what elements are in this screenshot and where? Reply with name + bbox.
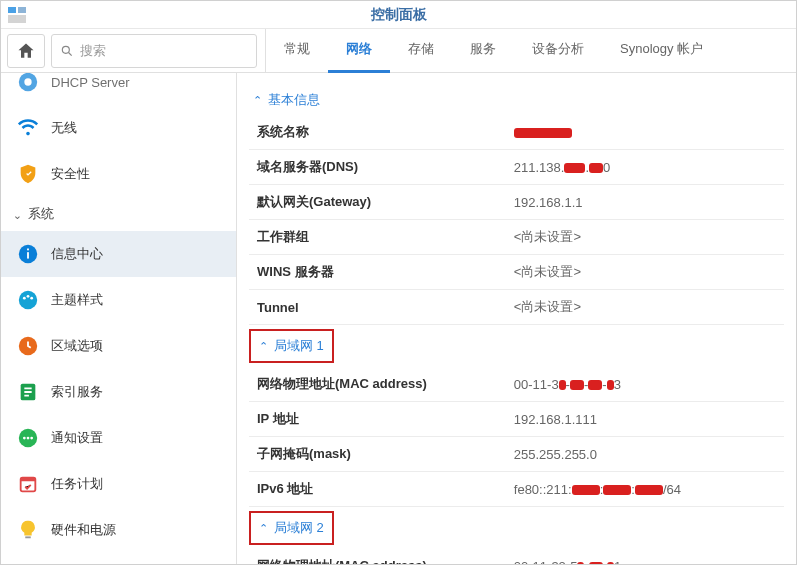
sidebar-item-label: 索引服务: [51, 383, 103, 401]
sidebar-section-label: 系统: [28, 205, 54, 223]
info-table: 系统名称域名服务器(DNS)211.138..0默认网关(Gateway)192…: [249, 115, 784, 325]
table-row: IPv6 地址fe80::211:::/64: [249, 472, 784, 507]
svg-point-19: [30, 437, 33, 440]
sidebar-item-label: 区域选项: [51, 337, 103, 355]
row-key: IP 地址: [249, 402, 506, 437]
row-key: 网络物理地址(MAC address): [249, 549, 506, 564]
sidebar-item-无线[interactable]: 无线: [1, 105, 236, 151]
sidebar-item-label: 信息中心: [51, 245, 103, 263]
row-value: <尚未设置>: [506, 255, 784, 290]
search-box[interactable]: [51, 34, 257, 68]
svg-point-12: [27, 295, 30, 298]
row-value: 211.138..0: [506, 150, 784, 185]
sidebar-item-信息中心[interactable]: 信息中心: [1, 231, 236, 277]
table-row: WINS 服务器<尚未设置>: [249, 255, 784, 290]
sidebar-item-label: 无线: [51, 119, 77, 137]
row-value: fe80::211:::/64: [506, 472, 784, 507]
sidebar-item-索引服务[interactable]: 索引服务: [1, 369, 236, 415]
sidebar: DHCP Server无线安全性⌃系统信息中心主题样式区域选项索引服务通知设置任…: [1, 73, 237, 564]
row-value: <尚未设置>: [506, 220, 784, 255]
svg-rect-1: [18, 7, 26, 13]
index-icon: [15, 379, 41, 405]
svg-rect-22: [25, 536, 31, 538]
row-key: 系统名称: [249, 115, 506, 150]
tab-服务[interactable]: 服务: [452, 29, 514, 73]
wifi-icon: [15, 115, 41, 141]
row-value: 00-11-32-5--1: [506, 549, 784, 564]
toolbar: 常规网络存储服务设备分析Synology 帐户: [1, 29, 796, 73]
svg-rect-8: [27, 252, 29, 258]
info-table: 网络物理地址(MAC address)00-11-32-5--1IP 地址10.…: [249, 549, 784, 564]
sidebar-item-通知设置[interactable]: 通知设置: [1, 415, 236, 461]
section-head-局域网 2[interactable]: ⌃局域网 2: [249, 511, 334, 545]
sidebar-item-label: 任务计划: [51, 475, 103, 493]
sidebar-item-硬件和电源[interactable]: 硬件和电源: [1, 507, 236, 553]
svg-point-11: [23, 297, 26, 300]
table-row: 域名服务器(DNS)211.138..0: [249, 150, 784, 185]
tab-设备分析[interactable]: 设备分析: [514, 29, 602, 73]
section-head-基本信息[interactable]: ⌃基本信息: [249, 81, 784, 115]
shield-icon: [15, 161, 41, 187]
row-key: Tunnel: [249, 290, 506, 325]
row-value: [506, 115, 784, 150]
app-icon: [7, 5, 27, 25]
home-icon: [16, 41, 36, 61]
sidebar-item-主题样式[interactable]: 主题样式: [1, 277, 236, 323]
sidebar-item-label: 硬件和电源: [51, 521, 116, 539]
sidebar-item-label: 主题样式: [51, 291, 103, 309]
palette-icon: [15, 287, 41, 313]
svg-point-18: [27, 437, 30, 440]
svg-point-3: [62, 46, 69, 53]
table-row: 默认网关(Gateway)192.168.1.1: [249, 185, 784, 220]
row-key: IPv6 地址: [249, 472, 506, 507]
section-title: 局域网 1: [274, 337, 324, 355]
info-icon: [15, 241, 41, 267]
sidebar-item-DHCP Server[interactable]: DHCP Server: [1, 73, 236, 105]
search-input[interactable]: [80, 43, 248, 58]
row-key: 工作群组: [249, 220, 506, 255]
chevron-up-icon: ⌃: [253, 94, 262, 107]
table-row: 子网掩码(mask)255.255.255.0: [249, 437, 784, 472]
calendar-icon: [15, 471, 41, 497]
section-title: 局域网 2: [274, 519, 324, 537]
titlebar: 控制面板: [1, 1, 796, 29]
tab-存储[interactable]: 存储: [390, 29, 452, 73]
clock-icon: [15, 333, 41, 359]
search-icon: [60, 44, 74, 58]
section-head-局域网 1[interactable]: ⌃局域网 1: [249, 329, 334, 363]
row-value: 192.168.1.111: [506, 402, 784, 437]
row-value: 00-11-3---3: [506, 367, 784, 402]
chevron-up-icon: ⌃: [259, 522, 268, 535]
tab-网络[interactable]: 网络: [328, 29, 390, 73]
chevron-up-icon: ⌃: [259, 340, 268, 353]
content-panel: ⌃基本信息系统名称域名服务器(DNS)211.138..0默认网关(Gatewa…: [237, 73, 796, 564]
sidebar-item-任务计划[interactable]: 任务计划: [1, 461, 236, 507]
table-row: Tunnel<尚未设置>: [249, 290, 784, 325]
tab-常规[interactable]: 常规: [266, 29, 328, 73]
table-row: 网络物理地址(MAC address)00-11-32-5--1: [249, 549, 784, 564]
sidebar-item-label: 安全性: [51, 165, 90, 183]
row-key: 域名服务器(DNS): [249, 150, 506, 185]
chevron-up-icon: ⌃: [13, 208, 22, 221]
svg-rect-0: [8, 7, 16, 13]
row-key: 子网掩码(mask): [249, 437, 506, 472]
sidebar-section-system[interactable]: ⌃系统: [1, 197, 236, 231]
table-row: 工作群组<尚未设置>: [249, 220, 784, 255]
row-key: 默认网关(Gateway): [249, 185, 506, 220]
svg-rect-9: [27, 249, 29, 251]
window-title: 控制面板: [371, 6, 427, 24]
tab-Synology 帐户[interactable]: Synology 帐户: [602, 29, 721, 73]
row-value: 192.168.1.1: [506, 185, 784, 220]
sidebar-item-安全性[interactable]: 安全性: [1, 151, 236, 197]
row-value: 255.255.255.0: [506, 437, 784, 472]
section-title: 基本信息: [268, 91, 320, 109]
sidebar-item-区域选项[interactable]: 区域选项: [1, 323, 236, 369]
svg-point-17: [23, 437, 26, 440]
svg-line-4: [69, 52, 72, 55]
row-key: WINS 服务器: [249, 255, 506, 290]
bulb-icon: [15, 517, 41, 543]
chat-icon: [15, 425, 41, 451]
home-button[interactable]: [7, 34, 45, 68]
row-value: <尚未设置>: [506, 290, 784, 325]
sidebar-item-label: 通知设置: [51, 429, 103, 447]
